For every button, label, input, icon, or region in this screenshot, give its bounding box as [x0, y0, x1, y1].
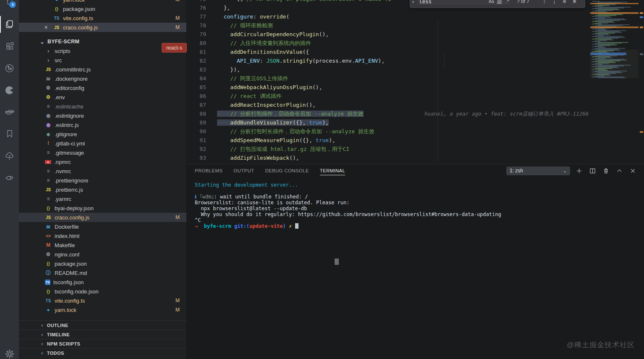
sidebar-section-npm-scripts[interactable]: ›NPM SCRIPTS: [19, 339, 186, 348]
file-row[interactable]: ⚙.env: [19, 92, 186, 102]
open-editor-row[interactable]: ✕JScraco.config.jsM: [19, 23, 186, 32]
panel-tab-output[interactable]: OUTPUT: [233, 164, 254, 177]
file-label: .npmrc: [54, 159, 71, 165]
settings-gear-icon[interactable]: [0, 346, 19, 359]
toggle-replace-chevron-icon[interactable]: ›: [410, 0, 416, 8]
code-line[interactable]: // 循环依赖检测: [215, 21, 590, 30]
close-find-button[interactable]: ✕: [570, 0, 579, 5]
kill-terminal-button[interactable]: [601, 166, 610, 175]
file-row[interactable]: ≋.dockerignore: [19, 74, 186, 83]
code-line[interactable]: // 打包压缩成 html.tar.gz 压缩包，用于CI: [215, 145, 590, 153]
file-row[interactable]: ≡.eslintcache: [19, 102, 186, 111]
close-panel-button[interactable]: [628, 166, 637, 175]
next-match-button[interactable]: ↓: [550, 0, 559, 5]
previous-match-button[interactable]: ↑: [540, 0, 549, 5]
code-line[interactable]: // 入住环境变量到系统内的插件: [215, 39, 590, 48]
json-file-icon: {}: [45, 261, 52, 266]
file-row[interactable]: {}package.json: [19, 259, 186, 268]
file-row[interactable]: JScraco.config.jsM: [19, 213, 186, 222]
panel-tab-terminal[interactable]: TERMINAL: [320, 164, 346, 177]
git-graph-icon[interactable]: [0, 60, 19, 77]
folder-row[interactable]: ›src: [19, 55, 186, 65]
indent-guide: [444, 52, 445, 69]
file-label: vite.config.ts: [55, 298, 85, 304]
whole-word-toggle[interactable]: ab: [495, 0, 503, 4]
explorer-icon[interactable]: [0, 16, 19, 32]
json-file-icon: {}: [45, 206, 52, 211]
todo-tree-icon[interactable]: [0, 148, 19, 164]
maximize-panel-button[interactable]: [615, 166, 624, 175]
find-in-selection-button[interactable]: ≡: [560, 0, 569, 5]
code-line[interactable]: addCircularDependencyPlugin(),: [215, 30, 590, 39]
file-row[interactable]: MMakefile: [19, 240, 186, 250]
file-row[interactable]: ⚙nginx.conf: [19, 250, 186, 259]
fish-icon[interactable]: [0, 169, 19, 186]
code-line[interactable]: // react 调试插件: [215, 92, 590, 100]
file-row[interactable]: ≡.nvmrc: [19, 166, 186, 176]
git-blame-annotation: huanxi, a year ago • feat: scrm店铺订单导入 #P…: [424, 109, 589, 118]
file-row[interactable]: TStsconfig.json: [19, 277, 186, 287]
section-label: TODOS: [47, 351, 64, 356]
file-row[interactable]: n.npmrc: [19, 157, 186, 166]
chevron-right-icon: ›: [41, 331, 43, 338]
section-label: NPM SCRIPTS: [47, 341, 81, 346]
terminal-output[interactable]: Starting the development server...ℹ ｢wdm…: [195, 182, 640, 359]
file-row[interactable]: ≋Dockerfile: [19, 222, 186, 231]
code-line[interactable]: // 分析打包时长插件，启动命令后加 --analyze 就生效: [215, 127, 590, 136]
minimap[interactable]: [590, 0, 639, 164]
open-editor-row[interactable]: {}package.json: [19, 4, 186, 13]
sidebar-section-outline[interactable]: ›OUTLINE: [19, 320, 186, 330]
file-row[interactable]: <>index.html: [19, 231, 186, 240]
file-row[interactable]: ≡.prettierignore: [19, 176, 186, 185]
bookmarks-icon[interactable]: [0, 125, 19, 142]
file-row[interactable]: JS.commitlintrc.js: [19, 65, 186, 74]
code-line[interactable]: addSpeedMeasurePlugin({}, true),: [215, 136, 590, 145]
file-label: .editorconfig: [55, 85, 84, 91]
split-terminal-button[interactable]: [588, 166, 597, 175]
new-terminal-button[interactable]: [574, 166, 584, 175]
docker-icon[interactable]: [0, 103, 19, 120]
code-line[interactable]: ····// 分析打包插件，启动命令后加 --analyze 就生效huanxi…: [215, 109, 590, 118]
file-row[interactable]: ⚙.editorconfig: [19, 83, 186, 92]
file-row[interactable]: ≡.yarnrc: [19, 194, 186, 203]
panel-tab-debug-console[interactable]: DEBUG CONSOLE: [265, 164, 309, 177]
regex-toggle[interactable]: .*: [503, 0, 511, 4]
terminal-select[interactable]: 1: zsh ⌄: [506, 166, 570, 175]
file-row[interactable]: {}byai-deploy.json: [19, 203, 186, 213]
file-row[interactable]: TSvite.config.tsM: [19, 296, 186, 305]
code-line[interactable]: addDefinitionsEnvValue({: [215, 48, 590, 56]
code-line[interactable]: // 阿里云OSS上传插件: [215, 74, 590, 83]
file-row[interactable]: !.gitlab-ci.yml: [19, 139, 186, 148]
sidebar-section-todos[interactable]: ›TODOS: [19, 348, 186, 357]
pacman-icon[interactable]: [0, 82, 19, 98]
file-row[interactable]: ◉.eslintignore: [19, 111, 186, 120]
code-line[interactable]: ····addBundleVisualizer({}, true),: [215, 118, 590, 127]
open-editor-row[interactable]: ●yarn.lockM: [19, 0, 186, 4]
panel-tab-problems[interactable]: PROBLEMS: [195, 164, 223, 177]
file-row[interactable]: ◉.eslintrc.js: [19, 120, 186, 129]
explorer-sidebar: ●yarn.lockM{}package.jsonTSvite.config.t…: [19, 0, 186, 359]
file-row[interactable]: ●yarn.lockM: [19, 305, 186, 314]
info-file-icon: ⓘ: [45, 269, 52, 277]
close-icon[interactable]: ✕: [44, 25, 53, 30]
file-row[interactable]: {}tsconfig.node.json: [19, 287, 186, 296]
code-line[interactable]: addReactInspectorPlugin(),: [215, 100, 590, 109]
file-label: tsconfig.node.json: [55, 288, 99, 295]
code-line[interactable]: addZipFilesWebpack(),: [215, 153, 590, 162]
code-line[interactable]: configure: override(: [215, 12, 590, 21]
code-editor[interactable]: 75767778798081828384858687888990919293 […: [186, 0, 644, 164]
file-row[interactable]: JS.prettierrc.js: [19, 185, 186, 194]
open-editor-row[interactable]: TSvite.config.tsM: [19, 13, 186, 23]
section-label: TIMELINE: [47, 332, 70, 337]
find-input[interactable]: less Aaab.*: [416, 0, 512, 6]
file-row[interactable]: ≡.gitmessage: [19, 148, 186, 157]
file-label: .gitlab-ci.yml: [55, 140, 85, 147]
code-line[interactable]: API_ENV: JSON.stringify(process.env.API_…: [215, 56, 590, 65]
match-case-toggle[interactable]: Aa: [487, 0, 495, 4]
code-line[interactable]: }),: [215, 65, 590, 74]
code-line[interactable]: addWebpackAliyunOssPlugin(),: [215, 83, 590, 92]
sidebar-section-timeline[interactable]: ›TIMELINE: [19, 330, 186, 339]
extensions-icon[interactable]: [0, 38, 19, 55]
file-row[interactable]: ◆.gitignore: [19, 129, 186, 139]
file-row[interactable]: ⓘREADME.md: [19, 268, 186, 277]
